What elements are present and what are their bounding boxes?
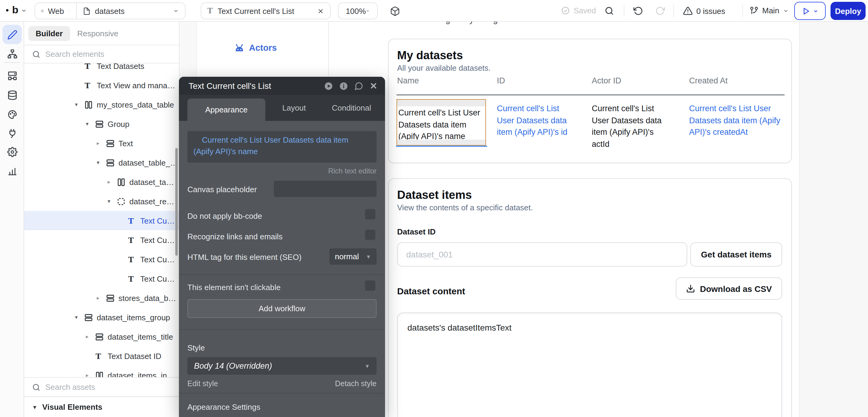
rail-item-styles[interactable] xyxy=(2,104,22,124)
bar-chart-icon xyxy=(7,166,17,176)
tree-item[interactable]: TText Cu… xyxy=(24,250,179,269)
property-editor-panel[interactable]: Text Current cell's List Appearance Layo… xyxy=(179,77,385,417)
zoom-dropdown[interactable]: 100% xyxy=(338,2,378,19)
close-icon[interactable] xyxy=(317,7,324,14)
tree-item[interactable]: TText View and mana… xyxy=(24,75,179,95)
detach-style-link[interactable]: Detach style xyxy=(335,380,377,388)
tree-item[interactable]: TText Dataset ID xyxy=(24,346,179,365)
canvas-placeholder-input[interactable] xyxy=(274,181,377,197)
issues-indicator[interactable]: 0 issues xyxy=(683,6,725,16)
open-element-tab[interactable]: T Text Current cell's List xyxy=(201,2,331,19)
rows-element-icon xyxy=(106,294,119,302)
dataset-content-text: datasets's datasetItemsText xyxy=(407,323,512,332)
chevron-down-icon: ▼ xyxy=(365,363,370,369)
search-elements-input[interactable] xyxy=(45,50,154,59)
style-dropdown[interactable]: Body 14 (Overridden)▼ xyxy=(187,357,377,375)
branch-selector[interactable]: Main xyxy=(749,6,789,15)
html-tag-dropdown[interactable]: normal▼ xyxy=(330,248,377,265)
rail-item-plugins[interactable] xyxy=(2,123,22,142)
info-icon[interactable] xyxy=(339,81,348,90)
tree-item-label: dataset_items_group xyxy=(97,313,170,322)
git-branch-icon xyxy=(749,6,758,15)
column-header-actor-id: Actor ID xyxy=(592,76,621,85)
bbcode-checkbox[interactable] xyxy=(365,209,375,219)
preview-element-icon[interactable] xyxy=(324,81,333,90)
property-panel-body: Current cell's List User Datasets data i… xyxy=(179,121,385,417)
table-cell-created[interactable]: Current cell's List User Datasets data i… xyxy=(689,103,786,138)
visual-elements-section[interactable]: ▼ Visual Elements xyxy=(24,396,179,417)
component-box-icon[interactable] xyxy=(390,6,400,16)
comment-icon[interactable] xyxy=(354,81,363,90)
tree-item[interactable]: ▸dataset_items_title xyxy=(24,327,179,346)
page-dropdown[interactable]: datasets xyxy=(77,6,185,15)
section-divider xyxy=(179,329,385,330)
chevron-down-icon[interactable]: ▾ xyxy=(75,101,85,107)
search-icon[interactable] xyxy=(604,6,614,16)
get-dataset-items-button[interactable]: Get dataset items xyxy=(690,242,782,266)
tree-scrollbar[interactable] xyxy=(175,148,178,256)
pencil-icon xyxy=(7,29,17,40)
tab-appearance[interactable]: Appearance xyxy=(187,98,266,121)
rail-item-design[interactable] xyxy=(2,25,22,44)
column-header-created: Created At xyxy=(689,76,728,85)
selected-canvas-element-name-cell[interactable]: Current cell's List User Datasets data i… xyxy=(397,99,486,146)
tree-item[interactable]: TText Cu… xyxy=(24,230,179,250)
close-icon[interactable] xyxy=(369,82,378,90)
canvas-nav-item-actors[interactable]: Actors xyxy=(235,43,277,53)
tab-responsive[interactable]: Responsive xyxy=(78,29,119,38)
tree-item-label: stores_data_b… xyxy=(119,293,176,302)
tree-item[interactable]: TText Cu… xyxy=(24,269,179,288)
panel-title: Text Current cell's List xyxy=(189,81,318,91)
not-clickable-checkbox[interactable] xyxy=(365,281,375,291)
text-element-icon: T xyxy=(128,275,140,283)
tree-item[interactable]: ▸stores_data_b… xyxy=(24,288,179,308)
repeating-element-icon xyxy=(117,197,129,205)
tab-builder[interactable]: Builder xyxy=(28,26,70,41)
table-cell-id[interactable]: Current cell's List User Datasets data i… xyxy=(497,103,574,138)
rail-item-workflows[interactable] xyxy=(2,44,22,63)
tree-item[interactable]: ▸dataset_items_in… xyxy=(24,365,179,377)
edit-style-link[interactable]: Edit style xyxy=(187,380,218,388)
tree-item[interactable]: ▾dataset_items_group xyxy=(24,308,179,327)
rail-item-data[interactable] xyxy=(2,85,22,104)
property-panel-header[interactable]: Text Current cell's List xyxy=(179,77,385,95)
tree-item[interactable]: ▾Group xyxy=(24,114,179,134)
tree-item[interactable]: ▾dataset_re… xyxy=(24,192,179,211)
dataset-id-input[interactable] xyxy=(397,242,687,266)
tree-item-label: Text Cu… xyxy=(140,274,175,283)
chevron-down-icon[interactable]: ▾ xyxy=(97,160,106,166)
text-expression-editor[interactable]: Current cell's List User Datasets data i… xyxy=(187,131,377,163)
bubble-logo-menu[interactable]: b xyxy=(6,4,27,16)
rail-item-logs[interactable] xyxy=(2,161,22,181)
tree-item[interactable]: TText Cu… xyxy=(24,211,179,230)
preview-button[interactable] xyxy=(794,2,826,20)
tree-item[interactable]: ▾my_stores_data_table xyxy=(24,95,179,114)
deploy-button[interactable]: Deploy xyxy=(831,2,866,20)
element-tree[interactable]: TText DatasetsTText View and mana…▾my_st… xyxy=(24,63,179,377)
rail-separator xyxy=(4,62,20,63)
tree-item[interactable]: TText Datasets xyxy=(24,63,179,75)
chevron-down-icon[interactable]: ▾ xyxy=(75,314,85,320)
redo-icon[interactable] xyxy=(655,6,665,16)
chevron-right-icon[interactable]: ▸ xyxy=(97,295,106,301)
rail-item-settings[interactable] xyxy=(2,142,22,161)
tree-item[interactable]: ▸Text xyxy=(24,134,179,153)
chevron-right-icon[interactable]: ▸ xyxy=(86,372,95,377)
undo-icon[interactable] xyxy=(633,6,643,16)
search-assets-input[interactable] xyxy=(45,383,154,392)
rail-item-components[interactable] xyxy=(2,66,22,85)
tree-item[interactable]: ▸dataset_ta… xyxy=(24,172,179,192)
chevron-down-icon[interactable]: ▾ xyxy=(86,121,95,127)
chevron-down-icon[interactable]: ▾ xyxy=(107,198,117,204)
tab-layout[interactable]: Layout xyxy=(266,95,323,121)
recognize-links-checkbox[interactable] xyxy=(365,230,375,240)
chevron-right-icon[interactable]: ▸ xyxy=(107,179,117,185)
tree-item[interactable]: ▾dataset_table_… xyxy=(24,153,179,172)
download-csv-button[interactable]: Download as CSV xyxy=(676,278,782,300)
platform-dropdown[interactable]: Web xyxy=(35,6,76,15)
tab-conditional[interactable]: Conditional xyxy=(323,95,380,121)
rich-text-editor-link[interactable]: Rich text editor xyxy=(328,167,377,175)
add-workflow-button[interactable]: Add workflow xyxy=(187,299,377,318)
chevron-right-icon[interactable]: ▸ xyxy=(97,140,106,146)
chevron-right-icon[interactable]: ▸ xyxy=(86,333,95,340)
